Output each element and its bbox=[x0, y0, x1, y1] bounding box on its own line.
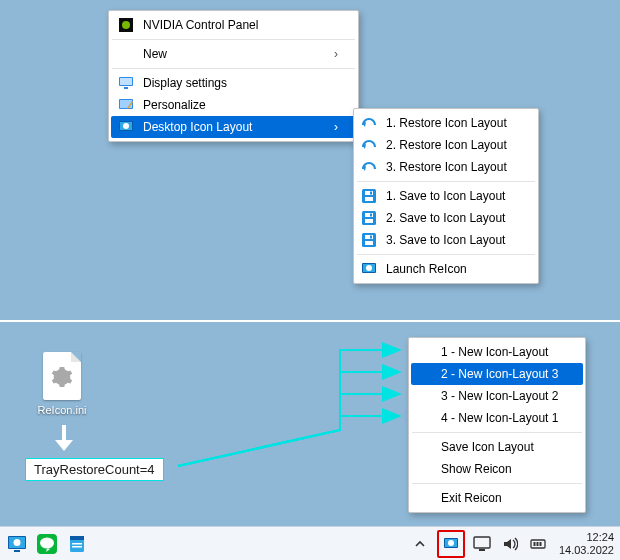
menu-item-label: 4 - New Icon-Layout 1 bbox=[441, 411, 565, 425]
svg-point-43 bbox=[448, 540, 454, 546]
menu-item-label: Save Icon Layout bbox=[441, 440, 565, 454]
svg-rect-48 bbox=[536, 542, 538, 546]
blank-icon bbox=[415, 409, 433, 427]
svg-rect-38 bbox=[70, 536, 84, 540]
taskbar-clock[interactable]: 12:24 14.03.2022 bbox=[559, 531, 614, 557]
tray-show-reicon[interactable]: Show Reicon bbox=[411, 458, 583, 480]
menu-item-label: 3 - New Icon-Layout 2 bbox=[441, 389, 565, 403]
taskbar-app-reicon[interactable] bbox=[6, 533, 28, 555]
svg-rect-39 bbox=[72, 543, 82, 545]
svg-point-36 bbox=[40, 537, 54, 548]
taskbar-app-notepad[interactable] bbox=[66, 533, 88, 555]
blank-icon bbox=[415, 460, 433, 478]
tray-exit-reicon[interactable]: Exit Reicon bbox=[411, 487, 583, 509]
taskbar-left bbox=[6, 533, 88, 555]
svg-rect-34 bbox=[14, 550, 20, 552]
svg-rect-44 bbox=[474, 537, 490, 548]
blank-icon bbox=[415, 343, 433, 361]
tray-monitor-icon[interactable] bbox=[471, 533, 493, 555]
svg-rect-40 bbox=[72, 546, 82, 548]
taskbar: 12:24 14.03.2022 bbox=[0, 526, 620, 560]
menu-item-label: 2 - New Icon-Layout 3 bbox=[441, 367, 565, 381]
tray-save-layout[interactable]: Save Icon Layout bbox=[411, 436, 583, 458]
svg-rect-47 bbox=[533, 542, 535, 546]
tray-overflow-chevron-icon[interactable] bbox=[409, 533, 431, 555]
menu-item-label: 1 - New Icon-Layout bbox=[441, 345, 565, 359]
tray-layout-2[interactable]: 2 - New Icon-Layout 3 bbox=[411, 363, 583, 385]
blank-icon bbox=[415, 438, 433, 456]
svg-rect-45 bbox=[479, 549, 485, 551]
tray-layout-4[interactable]: 4 - New Icon-Layout 1 bbox=[411, 407, 583, 429]
taskbar-right: 12:24 14.03.2022 bbox=[409, 530, 614, 558]
blank-icon bbox=[415, 489, 433, 507]
tray-layout-1[interactable]: 1 - New Icon-Layout bbox=[411, 341, 583, 363]
menu-item-label: Exit Reicon bbox=[441, 491, 565, 505]
menu-item-label: Show Reicon bbox=[441, 462, 565, 476]
tray-volume-icon[interactable] bbox=[499, 533, 521, 555]
clock-time: 12:24 bbox=[559, 531, 614, 544]
svg-rect-49 bbox=[539, 542, 541, 546]
tray-language-icon[interactable] bbox=[527, 533, 549, 555]
blank-icon bbox=[415, 387, 433, 405]
tray-context-menu: 1 - New Icon-Layout 2 - New Icon-Layout … bbox=[408, 337, 586, 513]
tray-reicon-icon[interactable] bbox=[437, 530, 465, 558]
blank-icon bbox=[415, 365, 433, 383]
taskbar-app-line[interactable] bbox=[36, 533, 58, 555]
svg-point-33 bbox=[14, 539, 21, 546]
clock-date: 14.03.2022 bbox=[559, 544, 614, 557]
tray-layout-3[interactable]: 3 - New Icon-Layout 2 bbox=[411, 385, 583, 407]
